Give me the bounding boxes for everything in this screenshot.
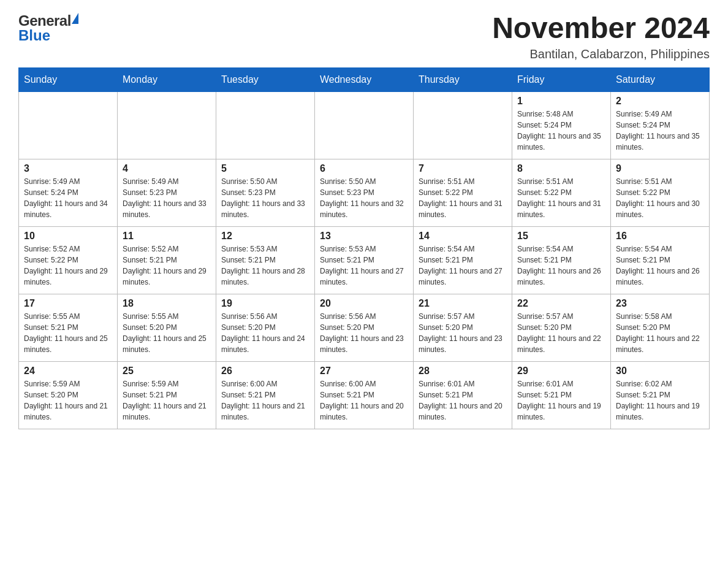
header-wednesday: Wednesday xyxy=(315,67,414,91)
day-number: 30 xyxy=(616,366,704,377)
table-row xyxy=(19,91,118,159)
header-monday: Monday xyxy=(118,67,216,91)
day-number: 5 xyxy=(221,163,309,174)
table-row: 27Sunrise: 6:00 AM Sunset: 5:21 PM Dayli… xyxy=(315,361,414,429)
table-row: 5Sunrise: 5:50 AM Sunset: 5:23 PM Daylig… xyxy=(216,159,315,226)
day-info: Sunrise: 5:50 AM Sunset: 5:23 PM Dayligh… xyxy=(221,176,309,220)
header-thursday: Thursday xyxy=(414,67,512,91)
day-number: 28 xyxy=(419,366,507,377)
table-row: 12Sunrise: 5:53 AM Sunset: 5:21 PM Dayli… xyxy=(216,226,315,294)
day-info: Sunrise: 5:59 AM Sunset: 5:21 PM Dayligh… xyxy=(123,378,211,423)
logo-blue-text: Blue xyxy=(18,27,50,44)
logo: General Blue xyxy=(18,12,78,44)
day-number: 15 xyxy=(517,231,605,242)
day-number: 10 xyxy=(24,231,112,242)
day-info: Sunrise: 5:51 AM Sunset: 5:22 PM Dayligh… xyxy=(616,176,704,220)
day-number: 21 xyxy=(419,298,507,309)
day-number: 14 xyxy=(419,231,507,242)
calendar-week-row: 17Sunrise: 5:55 AM Sunset: 5:21 PM Dayli… xyxy=(19,294,710,361)
table-row: 25Sunrise: 5:59 AM Sunset: 5:21 PM Dayli… xyxy=(118,361,216,429)
day-number: 20 xyxy=(320,298,408,309)
day-number: 18 xyxy=(123,298,211,309)
table-row: 16Sunrise: 5:54 AM Sunset: 5:21 PM Dayli… xyxy=(611,226,710,294)
header-saturday: Saturday xyxy=(611,67,710,91)
title-section: November 2024 Bantilan, Calabarzon, Phil… xyxy=(492,12,710,61)
day-number: 4 xyxy=(123,163,211,174)
day-number: 16 xyxy=(616,231,704,242)
day-info: Sunrise: 5:54 AM Sunset: 5:21 PM Dayligh… xyxy=(517,243,605,288)
day-info: Sunrise: 5:49 AM Sunset: 5:24 PM Dayligh… xyxy=(616,109,704,153)
day-info: Sunrise: 5:55 AM Sunset: 5:21 PM Dayligh… xyxy=(24,311,112,355)
day-info: Sunrise: 5:58 AM Sunset: 5:20 PM Dayligh… xyxy=(616,311,704,355)
table-row: 2Sunrise: 5:49 AM Sunset: 5:24 PM Daylig… xyxy=(611,91,710,159)
day-number: 8 xyxy=(517,163,605,174)
table-row: 8Sunrise: 5:51 AM Sunset: 5:22 PM Daylig… xyxy=(512,159,611,226)
day-info: Sunrise: 5:51 AM Sunset: 5:22 PM Dayligh… xyxy=(419,176,507,220)
table-row: 4Sunrise: 5:49 AM Sunset: 5:23 PM Daylig… xyxy=(118,159,216,226)
table-row: 22Sunrise: 5:57 AM Sunset: 5:20 PM Dayli… xyxy=(512,294,611,361)
day-number: 29 xyxy=(517,366,605,377)
day-info: Sunrise: 5:53 AM Sunset: 5:21 PM Dayligh… xyxy=(221,243,309,288)
day-info: Sunrise: 6:00 AM Sunset: 5:21 PM Dayligh… xyxy=(221,378,309,423)
day-number: 11 xyxy=(123,231,211,242)
day-number: 12 xyxy=(221,231,309,242)
calendar-week-row: 24Sunrise: 5:59 AM Sunset: 5:20 PM Dayli… xyxy=(19,361,710,429)
table-row: 24Sunrise: 5:59 AM Sunset: 5:20 PM Dayli… xyxy=(19,361,118,429)
day-info: Sunrise: 5:54 AM Sunset: 5:21 PM Dayligh… xyxy=(616,243,704,288)
calendar-week-row: 1Sunrise: 5:48 AM Sunset: 5:24 PM Daylig… xyxy=(19,91,710,159)
table-row: 23Sunrise: 5:58 AM Sunset: 5:20 PM Dayli… xyxy=(611,294,710,361)
day-info: Sunrise: 5:49 AM Sunset: 5:23 PM Dayligh… xyxy=(123,176,211,220)
day-number: 2 xyxy=(616,96,704,107)
day-number: 3 xyxy=(24,163,112,174)
table-row: 20Sunrise: 5:56 AM Sunset: 5:20 PM Dayli… xyxy=(315,294,414,361)
table-row: 30Sunrise: 6:02 AM Sunset: 5:21 PM Dayli… xyxy=(611,361,710,429)
table-row: 11Sunrise: 5:52 AM Sunset: 5:21 PM Dayli… xyxy=(118,226,216,294)
calendar-table: Sunday Monday Tuesday Wednesday Thursday… xyxy=(18,67,710,429)
day-number: 17 xyxy=(24,298,112,309)
day-number: 7 xyxy=(419,163,507,174)
day-info: Sunrise: 5:48 AM Sunset: 5:24 PM Dayligh… xyxy=(517,109,605,153)
table-row: 17Sunrise: 5:55 AM Sunset: 5:21 PM Dayli… xyxy=(19,294,118,361)
table-row xyxy=(216,91,315,159)
table-row: 6Sunrise: 5:50 AM Sunset: 5:23 PM Daylig… xyxy=(315,159,414,226)
day-info: Sunrise: 5:59 AM Sunset: 5:20 PM Dayligh… xyxy=(24,378,112,423)
table-row: 18Sunrise: 5:55 AM Sunset: 5:20 PM Dayli… xyxy=(118,294,216,361)
table-row: 29Sunrise: 6:01 AM Sunset: 5:21 PM Dayli… xyxy=(512,361,611,429)
month-year-title: November 2024 xyxy=(492,12,710,45)
table-row: 9Sunrise: 5:51 AM Sunset: 5:22 PM Daylig… xyxy=(611,159,710,226)
day-number: 1 xyxy=(517,96,605,107)
day-info: Sunrise: 5:51 AM Sunset: 5:22 PM Dayligh… xyxy=(517,176,605,220)
table-row: 1Sunrise: 5:48 AM Sunset: 5:24 PM Daylig… xyxy=(512,91,611,159)
calendar-week-row: 10Sunrise: 5:52 AM Sunset: 5:22 PM Dayli… xyxy=(19,226,710,294)
day-info: Sunrise: 5:50 AM Sunset: 5:23 PM Dayligh… xyxy=(320,176,408,220)
location-subtitle: Bantilan, Calabarzon, Philippines xyxy=(492,47,710,61)
header-sunday: Sunday xyxy=(19,67,118,91)
table-row xyxy=(118,91,216,159)
header-tuesday: Tuesday xyxy=(216,67,315,91)
day-info: Sunrise: 5:57 AM Sunset: 5:20 PM Dayligh… xyxy=(517,311,605,355)
table-row: 10Sunrise: 5:52 AM Sunset: 5:22 PM Dayli… xyxy=(19,226,118,294)
day-info: Sunrise: 6:02 AM Sunset: 5:21 PM Dayligh… xyxy=(616,378,704,423)
day-number: 23 xyxy=(616,298,704,309)
table-row: 15Sunrise: 5:54 AM Sunset: 5:21 PM Dayli… xyxy=(512,226,611,294)
table-row: 26Sunrise: 6:00 AM Sunset: 5:21 PM Dayli… xyxy=(216,361,315,429)
table-row: 7Sunrise: 5:51 AM Sunset: 5:22 PM Daylig… xyxy=(414,159,512,226)
day-number: 6 xyxy=(320,163,408,174)
day-info: Sunrise: 5:57 AM Sunset: 5:20 PM Dayligh… xyxy=(419,311,507,355)
day-info: Sunrise: 6:01 AM Sunset: 5:21 PM Dayligh… xyxy=(419,378,507,423)
day-number: 19 xyxy=(221,298,309,309)
day-info: Sunrise: 6:00 AM Sunset: 5:21 PM Dayligh… xyxy=(320,378,408,423)
day-info: Sunrise: 5:55 AM Sunset: 5:20 PM Dayligh… xyxy=(123,311,211,355)
table-row: 28Sunrise: 6:01 AM Sunset: 5:21 PM Dayli… xyxy=(414,361,512,429)
day-number: 25 xyxy=(123,366,211,377)
day-number: 26 xyxy=(221,366,309,377)
day-number: 22 xyxy=(517,298,605,309)
page-header: General Blue November 2024 Bantilan, Cal… xyxy=(18,12,710,61)
day-info: Sunrise: 5:53 AM Sunset: 5:21 PM Dayligh… xyxy=(320,243,408,288)
header-friday: Friday xyxy=(512,67,611,91)
day-number: 9 xyxy=(616,163,704,174)
day-info: Sunrise: 5:52 AM Sunset: 5:22 PM Dayligh… xyxy=(24,243,112,288)
calendar-week-row: 3Sunrise: 5:49 AM Sunset: 5:24 PM Daylig… xyxy=(19,159,710,226)
table-row: 21Sunrise: 5:57 AM Sunset: 5:20 PM Dayli… xyxy=(414,294,512,361)
table-row: 14Sunrise: 5:54 AM Sunset: 5:21 PM Dayli… xyxy=(414,226,512,294)
